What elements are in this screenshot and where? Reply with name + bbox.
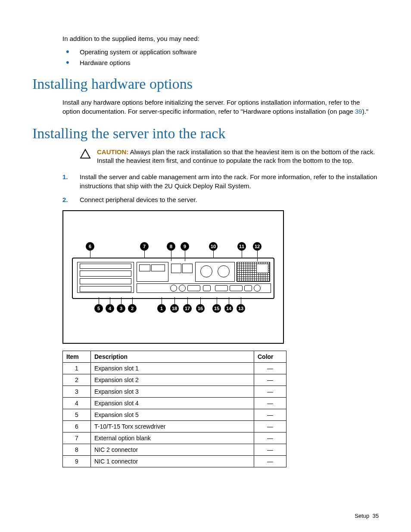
callout-12: 12	[253, 242, 262, 251]
cell-desc: Expansion slot 3	[91, 386, 254, 398]
table-row: 9NIC 1 connector—	[63, 456, 286, 467]
callout-7: 7	[140, 242, 149, 251]
table-row: 1Expansion slot 1—	[63, 363, 286, 374]
table-row: 8NIC 2 connector—	[63, 444, 286, 456]
callout-17: 17	[183, 304, 192, 313]
port	[230, 285, 243, 291]
table-row: 2Expansion slot 2—	[63, 374, 286, 386]
heading-install-rack: Installing the server into the rack	[32, 125, 379, 142]
callout-3: 3	[117, 304, 125, 313]
table-row: 4Expansion slot 4—	[63, 398, 286, 409]
port	[187, 285, 200, 291]
cell-item: 3	[63, 386, 91, 398]
intro-lead: In addition to the supplied items, you m…	[62, 34, 379, 43]
cell-color: —	[254, 432, 286, 444]
lead	[174, 297, 175, 304]
callout-8: 8	[167, 242, 175, 251]
port	[254, 285, 261, 292]
th-item: Item	[63, 351, 91, 363]
lead	[241, 297, 241, 304]
cell-desc: NIC 1 connector	[91, 456, 254, 467]
cell-color: —	[254, 386, 286, 398]
slot	[80, 278, 131, 284]
text: )."	[362, 108, 369, 115]
th-color: Color	[254, 351, 286, 363]
cell-color: —	[254, 444, 286, 456]
steps-list: 1. Install the server and cable manageme…	[62, 173, 379, 204]
caution-icon	[80, 149, 91, 165]
caution-text: CAUTION: Always plan the rack installati…	[97, 148, 379, 165]
bullet-item: Operating system or application software	[62, 48, 379, 56]
cell-color: —	[254, 363, 286, 374]
cell-item: 6	[63, 421, 91, 432]
cell-desc: T-10/T-15 Torx screwdriver	[91, 421, 254, 432]
callout-5: 5	[94, 304, 103, 313]
lead	[187, 297, 188, 304]
port	[179, 285, 186, 292]
callout-4: 4	[106, 304, 114, 313]
slot	[80, 264, 131, 269]
callout-18: 18	[170, 304, 179, 313]
heading-hardware-options: Installing hardware options	[32, 76, 379, 92]
callout-9: 9	[181, 242, 189, 251]
caution-label: CAUTION:	[97, 148, 128, 156]
callout-1: 1	[157, 304, 166, 313]
server-chassis	[72, 258, 274, 299]
text: Install any hardware options before init…	[62, 99, 360, 115]
power-inlet	[256, 264, 268, 273]
callout-14: 14	[224, 304, 233, 313]
rear-panel-diagram: 6 7 8 9 10 11 12	[62, 210, 284, 344]
port	[244, 285, 252, 291]
table-row: 6T-10/T-15 Torx screwdriver—	[63, 421, 286, 432]
lead	[200, 297, 201, 304]
cell-color: —	[254, 456, 286, 467]
table-row: 3Expansion slot 3—	[63, 386, 286, 398]
callout-15: 15	[212, 304, 221, 313]
cell-desc: NIC 2 connector	[91, 444, 254, 456]
cell-item: 4	[63, 398, 91, 409]
detail	[151, 264, 165, 271]
callout-6: 6	[86, 242, 94, 251]
callout-13: 13	[237, 304, 245, 313]
table-header-row: Item Description Color	[63, 351, 286, 363]
table-row: 7External option blank—	[63, 432, 286, 444]
detail	[139, 264, 150, 271]
cell-color: —	[254, 421, 286, 432]
fan	[218, 265, 230, 277]
cell-item: 2	[63, 374, 91, 386]
th-desc: Description	[91, 351, 254, 363]
callout-2: 2	[128, 304, 137, 313]
cell-desc: Expansion slot 1	[91, 363, 254, 374]
cell-desc: External option blank	[91, 432, 254, 444]
step-item: 1. Install the server and cable manageme…	[62, 173, 379, 190]
port	[215, 285, 228, 291]
page-link-39[interactable]: 39	[355, 108, 362, 115]
lead	[132, 297, 133, 304]
step-text: Connect peripheral devices to the server…	[80, 196, 197, 203]
port	[203, 285, 211, 291]
intro-block: In addition to the supplied items, you m…	[62, 34, 379, 66]
callout-table: Item Description Color 1Expansion slot 1…	[62, 351, 286, 467]
cell-item: 1	[63, 363, 91, 374]
cell-color: —	[254, 374, 286, 386]
cell-color: —	[254, 409, 286, 421]
cell-color: —	[254, 398, 286, 409]
callout-16: 16	[196, 304, 205, 313]
lead	[121, 297, 121, 304]
cell-desc: Expansion slot 2	[91, 374, 254, 386]
cell-item: 5	[63, 409, 91, 421]
rack-body: CAUTION: Always plan the rack installati…	[62, 148, 379, 467]
step-text: Install the server and cable management …	[80, 173, 377, 189]
step-number: 2.	[62, 196, 68, 204]
cell-item: 9	[63, 456, 91, 467]
slot	[80, 271, 131, 277]
step-number: 1.	[62, 173, 68, 181]
nic-port	[171, 264, 181, 273]
lead	[217, 297, 217, 304]
intro-bullets: Operating system or application software…	[62, 48, 379, 66]
cell-item: 7	[63, 432, 91, 444]
nic-port	[182, 264, 193, 273]
step-item: 2. Connect peripheral devices to the ser…	[62, 196, 379, 204]
caution-body: Always plan the rack installation so tha…	[97, 148, 375, 164]
slot	[80, 286, 131, 292]
